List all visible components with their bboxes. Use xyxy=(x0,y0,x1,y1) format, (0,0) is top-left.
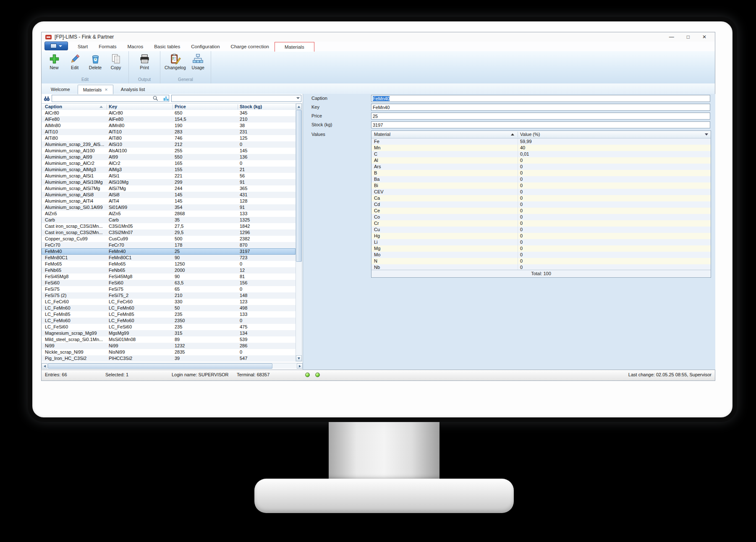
table-row[interactable]: Pig_Iron_HC_C3Si2PIHCC3Si239547 xyxy=(42,355,296,362)
key-field[interactable]: FeMn40 xyxy=(371,104,710,111)
search-icon[interactable] xyxy=(152,95,159,102)
table-row[interactable]: Aluminium_scrap_Al100AlsAl100255145 xyxy=(42,148,296,154)
doc-tab-welcome[interactable]: Welcome xyxy=(46,85,75,94)
new-button[interactable]: New xyxy=(44,52,64,71)
column-header-key[interactable]: Key xyxy=(109,104,117,109)
table-row[interactable]: LC_FeMn60LC_FeMn6050498 xyxy=(42,305,296,311)
table-row[interactable]: Cast iron_scrap_C3Si2Mn...C3Si2Mn0729,51… xyxy=(42,229,296,236)
values-column-value[interactable]: Value (%) xyxy=(520,132,540,137)
changelog-button[interactable]: Changelog xyxy=(163,52,187,71)
table-row[interactable]: Mild_steel_scrap_Si0.1Mn...MsSi01Mn08895… xyxy=(42,336,296,343)
usage-button[interactable]: Usage xyxy=(188,52,208,71)
table-row[interactable]: FeMo65FeMo6512500 xyxy=(42,261,296,267)
table-row[interactable]: AlTi10AlTi10283231 xyxy=(42,129,296,135)
table-row[interactable]: Nickle_scrap_Ni99NisNi9928350 xyxy=(42,349,296,355)
table-row[interactable]: Copper_scrap_Cu99CusCu995002382 xyxy=(42,236,296,242)
scroll-down-button[interactable] xyxy=(296,355,302,361)
table-row[interactable]: Aluminium_scrap_Si0.1Al99Si01Al9935491 xyxy=(42,204,296,211)
table-row[interactable]: Aluminium_scrap_AlTi4AlTi4145128 xyxy=(42,198,296,204)
horizontal-scrollbar[interactable] xyxy=(42,363,303,369)
close-button[interactable]: ✕ xyxy=(702,34,706,40)
table-row[interactable]: Aluminium_scrap_AlSi10MgAlSi10Mg29991 xyxy=(42,179,296,185)
copy-button[interactable]: Copy xyxy=(106,52,126,71)
table-row[interactable]: AlTi80AlTi80746125 xyxy=(42,135,296,141)
table-row[interactable]: Cast iron_scrap_C3Si1Mn...C3Si1Mn0527,51… xyxy=(42,223,296,229)
scroll-right-button[interactable] xyxy=(297,363,303,369)
values-row[interactable]: Ba0 xyxy=(371,176,711,182)
values-column-material[interactable]: Material xyxy=(374,132,390,137)
ribbon-tab[interactable]: Basic tables xyxy=(149,42,186,51)
delete-button[interactable]: Delete xyxy=(86,52,105,71)
doc-tab-analysis-list[interactable]: Analysis list xyxy=(116,85,150,94)
ribbon-tab[interactable]: Macros xyxy=(122,42,149,51)
table-row[interactable]: FeCr70FeCr70178870 xyxy=(42,242,296,248)
table-row[interactable]: AlCr80AlCr80650345 xyxy=(42,110,296,116)
scroll-up-button[interactable] xyxy=(296,104,302,109)
table-row[interactable]: Aluminium_scrap_AlCr2AlCr21650 xyxy=(42,160,296,167)
values-row[interactable]: Ars0 xyxy=(371,164,711,170)
table-row[interactable]: Aluminium_scrap_239_AlS...AlSi102120 xyxy=(42,141,296,148)
table-row[interactable]: Aluminium_scrap_AlSi7MgAlSi7Mg244365 xyxy=(42,185,296,192)
app-menu-button[interactable] xyxy=(44,42,68,50)
table-row[interactable]: FeSi60FeSi6063,5156 xyxy=(42,280,296,286)
table-row[interactable]: Aluminium_scrap_AlSi1AlSi122156 xyxy=(42,173,296,179)
vertical-scroll-thumb[interactable] xyxy=(296,110,302,262)
table-row[interactable]: Aluminium_scrap_Al99Al99550136 xyxy=(42,154,296,160)
values-row[interactable]: C0,01 xyxy=(371,151,711,157)
values-row[interactable]: Ca0 xyxy=(371,195,711,201)
table-row[interactable]: FeNb65FeNb65200012 xyxy=(42,267,296,274)
find-icon[interactable] xyxy=(43,95,50,102)
horizontal-scroll-thumb[interactable] xyxy=(48,363,272,369)
values-row[interactable]: Mo0 xyxy=(371,252,711,258)
values-row[interactable]: Mg0 xyxy=(371,245,711,252)
ribbon-tab[interactable]: Charge correction xyxy=(225,42,275,51)
table-row[interactable]: AlFe80AlFe80154,5210 xyxy=(42,116,296,122)
doc-tab-materials[interactable]: Materials✕ xyxy=(78,85,113,94)
values-row[interactable]: CEV0 xyxy=(371,189,711,195)
values-row[interactable]: Ce0 xyxy=(371,208,711,214)
values-row[interactable]: N0 xyxy=(371,258,711,264)
table-row[interactable]: LC_FeSi60LC_FeSi60235475 xyxy=(42,324,296,330)
table-row[interactable]: LC_FeMo60LC_FeMo6023500 xyxy=(42,318,296,324)
column-menu-icon[interactable] xyxy=(705,133,708,136)
vertical-scrollbar[interactable] xyxy=(296,103,302,362)
values-row[interactable]: Cd0 xyxy=(371,201,711,208)
search-input[interactable] xyxy=(52,95,169,102)
close-tab-icon[interactable]: ✕ xyxy=(105,88,108,92)
values-row[interactable]: Co0 xyxy=(371,214,711,220)
filter-combobox[interactable] xyxy=(171,95,301,102)
table-row[interactable]: LC_FeCr60LC_FeCr60330123 xyxy=(42,299,296,305)
column-filter-icon[interactable] xyxy=(163,95,169,102)
table-row[interactable]: FeSi75 (2)FeSi75_2210148 xyxy=(42,292,296,299)
column-header-stock[interactable]: Stock (kg) xyxy=(240,104,262,109)
values-row[interactable]: Al0 xyxy=(371,157,711,164)
values-row[interactable]: Cu0 xyxy=(371,227,711,233)
stock-field[interactable]: 3197 xyxy=(371,121,710,128)
values-row[interactable]: Li0 xyxy=(371,239,711,245)
table-row[interactable]: Magnesium_scrap_Mg99MgsMg99315134 xyxy=(42,330,296,336)
table-row[interactable]: LC_FeMn85LC_FeMn85235133 xyxy=(42,311,296,318)
values-row[interactable]: Hg0 xyxy=(371,233,711,239)
column-header-caption[interactable]: Caption xyxy=(45,104,62,109)
values-row[interactable]: Bi0 xyxy=(371,182,711,189)
edit-button[interactable]: Edit xyxy=(65,52,84,71)
values-row[interactable]: Cr0 xyxy=(371,220,711,227)
price-field[interactable]: 25 xyxy=(371,112,710,120)
print-button[interactable]: Print xyxy=(135,52,154,71)
ribbon-tab[interactable]: Start xyxy=(72,42,93,51)
table-row[interactable]: Aluminium_scrap_AlSi8AlSi8145431 xyxy=(42,192,296,198)
values-row[interactable]: B0 xyxy=(371,170,711,176)
caption-field[interactable]: FeMn40 xyxy=(371,95,710,102)
table-row[interactable]: AlZn5AlZn52868133 xyxy=(42,211,296,217)
ribbon-tab[interactable]: Formats xyxy=(93,42,122,51)
table-row[interactable]: FeSi45Mg8FeSi45Mg89081 xyxy=(42,274,296,280)
ribbon-tab[interactable]: Configuration xyxy=(186,42,225,51)
values-row[interactable]: Fe59,99 xyxy=(371,138,711,145)
values-row[interactable]: Mn40 xyxy=(371,145,711,151)
table-row[interactable]: FeSi75FeSi75650 xyxy=(42,286,296,292)
table-row[interactable]: FeMn80C1FeMn80C190723 xyxy=(42,255,296,261)
table-row[interactable]: Ni99Ni991232286 xyxy=(42,343,296,349)
maximize-button[interactable]: □ xyxy=(687,34,690,40)
scroll-left-button[interactable] xyxy=(42,363,47,369)
minimize-button[interactable]: — xyxy=(669,34,674,40)
